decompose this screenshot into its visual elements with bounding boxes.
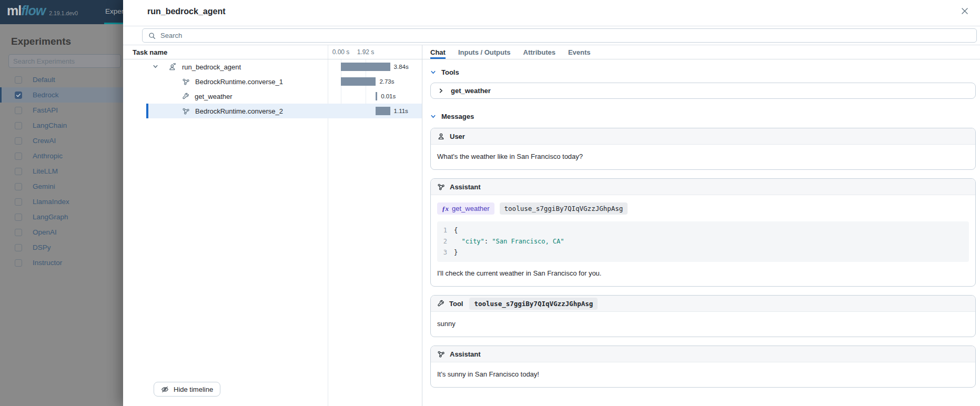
axis-tick-0: 0.00 s bbox=[332, 48, 350, 56]
mlflow-logo: mlflow 2.19.1.dev0 bbox=[7, 3, 78, 18]
span-search-box[interactable] bbox=[142, 28, 977, 43]
message-body: ƒxget_weathertooluse_s7ggiBy7QIqVGzzJGhp… bbox=[431, 195, 975, 286]
span-name: BedrockRuntime.converse_1 bbox=[195, 78, 283, 86]
hide-timeline-label: Hide timeline bbox=[174, 385, 213, 393]
line-number: 3 bbox=[437, 247, 454, 258]
timeline-pane: Task name 0.00 s 1.92 s run_bedrock_agen… bbox=[123, 45, 422, 406]
message-card-assistant: Assistantƒxget_weathertooluse_s7ggiBy7QI… bbox=[430, 178, 976, 287]
sidebar-item-anthropic[interactable]: Anthropic bbox=[0, 148, 123, 164]
sidebar-item-default[interactable]: Default bbox=[0, 72, 123, 87]
tab-chat[interactable]: Chat bbox=[430, 45, 446, 59]
span-search-input[interactable] bbox=[160, 32, 971, 39]
experiment-checkbox[interactable] bbox=[15, 168, 22, 175]
sidebar-search-input[interactable] bbox=[8, 54, 121, 68]
duration-bar[interactable] bbox=[341, 63, 390, 71]
tab-inputs-outputs[interactable]: Inputs / Outputs bbox=[458, 45, 511, 59]
code-line: 3} bbox=[437, 247, 969, 258]
experiment-checkbox[interactable] bbox=[15, 259, 22, 267]
span-name: get_weather bbox=[195, 93, 233, 100]
search-icon bbox=[148, 32, 156, 39]
tab-attributes[interactable]: Attributes bbox=[523, 45, 555, 59]
sidebar-item-label: LlamaIndex bbox=[33, 198, 69, 206]
sidebar-item-label: LangGraph bbox=[33, 213, 68, 221]
span-type-agent-icon bbox=[168, 63, 177, 71]
span-type-wrench-icon bbox=[182, 93, 189, 100]
experiment-checkbox[interactable] bbox=[15, 198, 22, 206]
modal-titlebar: run_bedrock_agent bbox=[123, 0, 980, 26]
experiment-checkbox[interactable] bbox=[15, 183, 22, 190]
duration-bar[interactable] bbox=[376, 107, 390, 115]
sidebar-item-langgraph[interactable]: LangGraph bbox=[0, 209, 123, 225]
chevron-down-icon[interactable] bbox=[153, 62, 161, 72]
sidebar-item-litellm[interactable]: LiteLLM bbox=[0, 164, 123, 179]
span-name: BedrockRuntime.converse_2 bbox=[195, 107, 283, 115]
experiments-list: DefaultBedrockFastAPILangChainCrewAIAnth… bbox=[0, 72, 123, 270]
sidebar-item-label: FastAPI bbox=[33, 106, 58, 114]
message-role: Tool bbox=[449, 300, 463, 308]
sidebar-item-crewai[interactable]: CrewAI bbox=[0, 133, 123, 148]
sidebar-item-fastapi[interactable]: FastAPI bbox=[0, 103, 123, 118]
sidebar-item-label: OpenAI bbox=[33, 228, 57, 236]
duration-bar[interactable] bbox=[341, 77, 376, 86]
nav-experiments-tab[interactable]: Experiments bbox=[105, 7, 123, 15]
experiment-checkbox[interactable] bbox=[15, 76, 22, 84]
logo-flow-text: flow bbox=[21, 3, 45, 18]
span-type-model-icon bbox=[182, 78, 190, 86]
tool-use-id-badge: tooluse_s7ggiBy7QIqVGzzJGhpAsg bbox=[500, 202, 628, 215]
tools-section-toggle[interactable]: Tools bbox=[430, 67, 976, 77]
function-icon: ƒx bbox=[442, 204, 449, 214]
timeline-header: Task name 0.00 s 1.92 s bbox=[123, 45, 422, 59]
experiment-checkbox[interactable] bbox=[15, 92, 22, 99]
sidebar-item-openai[interactable]: OpenAI bbox=[0, 225, 123, 240]
sidebar-item-langchain[interactable]: LangChain bbox=[0, 118, 123, 133]
messages-list: UserWhat's the weather like in San Franc… bbox=[430, 128, 976, 388]
sidebar-item-label: LiteLLM bbox=[33, 167, 58, 175]
sidebar-item-label: CrewAI bbox=[33, 137, 56, 145]
sidebar-item-bedrock[interactable]: Bedrock bbox=[0, 87, 123, 103]
modal-main: Task name 0.00 s 1.92 s run_bedrock_agen… bbox=[123, 45, 980, 406]
tool-name: get_weather bbox=[451, 87, 491, 95]
sidebar-item-gemini[interactable]: Gemini bbox=[0, 179, 123, 194]
top-navbar: mlflow 2.19.1.dev0 Experiments bbox=[0, 0, 123, 24]
task-name-column-header: Task name bbox=[133, 48, 167, 56]
sidebar-item-instructor[interactable]: Instructor bbox=[0, 255, 123, 270]
experiment-checkbox[interactable] bbox=[15, 214, 22, 221]
sidebar-item-label: Anthropic bbox=[33, 152, 63, 160]
message-body: What's the weather like in San Francisco… bbox=[431, 145, 975, 169]
messages-section-toggle[interactable]: Messages bbox=[430, 111, 976, 121]
sidebar-item-dspy[interactable]: DSPy bbox=[0, 240, 123, 255]
eye-off-icon bbox=[161, 385, 169, 393]
tool-definition-get_weather[interactable]: get_weather bbox=[430, 83, 976, 99]
code-token: "city" bbox=[461, 236, 484, 247]
tab-events[interactable]: Events bbox=[568, 45, 591, 59]
sidebar-item-label: DSPy bbox=[33, 243, 51, 251]
code-token: { bbox=[454, 225, 458, 236]
span-type-model-icon bbox=[182, 107, 190, 115]
duration-label: 1.11s bbox=[394, 108, 408, 114]
sidebar-item-llamaindex[interactable]: LlamaIndex bbox=[0, 194, 123, 209]
experiments-sidebar: Experiments DefaultBedrockFastAPILangCha… bbox=[0, 24, 123, 406]
line-number: 1 bbox=[437, 225, 454, 236]
version-label: 2.19.1.dev0 bbox=[49, 10, 78, 16]
experiment-checkbox[interactable] bbox=[15, 137, 22, 145]
message-text: It's sunny in San Francisco today! bbox=[437, 370, 969, 379]
sidebar-item-label: Default bbox=[33, 76, 55, 84]
span-name: run_bedrock_agent bbox=[182, 63, 241, 71]
experiment-checkbox[interactable] bbox=[15, 122, 22, 129]
tool-call-function-name: get_weather bbox=[452, 204, 490, 214]
experiment-checkbox[interactable] bbox=[15, 107, 22, 114]
experiment-checkbox[interactable] bbox=[15, 244, 22, 251]
code-line: 1{ bbox=[437, 225, 969, 236]
hide-timeline-button[interactable]: Hide timeline bbox=[154, 382, 220, 397]
duration-bar[interactable] bbox=[376, 92, 377, 100]
message-text: I'll check the current weather in San Fr… bbox=[437, 269, 969, 278]
trace-modal: run_bedrock_agent Task name 0.00 s 1.92 … bbox=[123, 0, 980, 406]
experiment-checkbox[interactable] bbox=[15, 153, 22, 160]
duration-label: 3.84s bbox=[394, 64, 409, 70]
message-role: User bbox=[450, 133, 465, 140]
line-number: 2 bbox=[437, 236, 454, 247]
messages-section-label: Messages bbox=[441, 113, 474, 120]
sidebar-item-label: Instructor bbox=[33, 259, 62, 267]
experiment-checkbox[interactable] bbox=[15, 229, 22, 236]
close-icon[interactable] bbox=[961, 7, 968, 15]
